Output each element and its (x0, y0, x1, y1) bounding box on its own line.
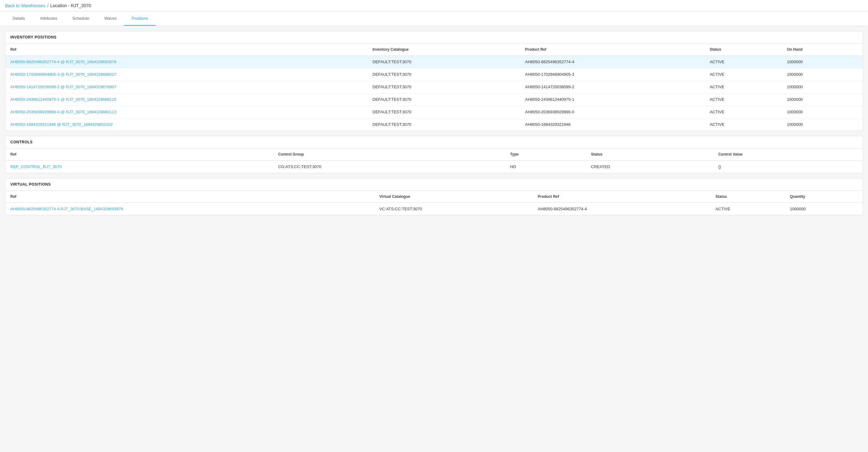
tab-schedule[interactable]: Schedule (65, 11, 97, 26)
vp-status-cell: ACTIVE (710, 203, 785, 215)
ctrl-status-cell: CREATED (586, 161, 713, 173)
vp-product-ref-cell: AH8050-8825496352774-4 (533, 203, 711, 215)
inventory-positions-section: INVENTORY POSITIONS Ref Inventory Catalo… (5, 31, 863, 131)
on-hand-cell: 1000000 (782, 93, 863, 106)
controls-header: CONTROLS (5, 136, 863, 149)
inventory-catalogue-cell: DEFAULT:TEST:3070 (367, 106, 520, 118)
control-value-cell: {} (713, 161, 863, 173)
virtual-positions-section: VIRTUAL POSITIONS Ref Virtual Catalogue … (5, 178, 863, 215)
inventory-position-ref-link[interactable]: AH8050-8825496352774-4 @ RJT_3070_168432… (10, 60, 116, 64)
tab-waves[interactable]: Waves (97, 11, 124, 26)
table-row: AH8050-8825496352774-4 @ RJT_3070_168432… (5, 56, 863, 68)
virtual-position-ref-link[interactable]: AH8050-8825496352774-4:RJT_3070:BASE_168… (10, 206, 123, 211)
col-vp-product-ref: Product Ref (533, 191, 711, 203)
col-product-ref: Product Ref (520, 43, 705, 56)
inventory-positions-table: Ref Inventory Catalogue Product Ref Stat… (5, 43, 863, 131)
col-control-value: Control Value (713, 149, 863, 161)
col-inventory-catalogue: Inventory Catalogue (367, 43, 520, 56)
inventory-catalogue-cell: DEFAULT:TEST:3070 (367, 81, 520, 93)
tabs-bar: Details Attributes Schedule Waves Positi… (0, 11, 868, 26)
status-cell: ACTIVE (705, 93, 782, 106)
status-cell: ACTIVE (705, 68, 782, 81)
product-ref-cell: AH8050-2439612440975-1 (520, 93, 705, 106)
type-cell: HD (505, 161, 586, 173)
virtual-positions-header-row: Ref Virtual Catalogue Product Ref Status… (5, 191, 863, 203)
tab-positions[interactable]: Positions (124, 11, 156, 26)
table-row: AH8050-8825496352774-4:RJT_3070:BASE_168… (5, 203, 863, 215)
virtual-catalogue-cell: VC:ATS:CC:TEST:3070 (374, 203, 533, 215)
tab-attributes[interactable]: Attributes (33, 11, 65, 26)
breadcrumb-current-page: Location - RJT_3070 (51, 3, 91, 8)
breadcrumb-separator: / (47, 3, 49, 8)
controls-header-row: Ref Control Group Type Status Control Va… (5, 149, 863, 161)
inventory-catalogue-cell: DEFAULT:TEST:3070 (367, 68, 520, 81)
on-hand-cell: 1000000 (782, 118, 863, 131)
status-cell: ACTIVE (705, 56, 782, 68)
col-ref: Ref (5, 43, 367, 56)
inventory-catalogue-cell: DEFAULT:TEST:3070 (367, 56, 520, 68)
table-row: AH8050-1684329321946 @ RJT_3070_16843296… (5, 118, 863, 131)
col-ctrl-ref: Ref (5, 149, 273, 161)
table-row: AH8050-2036938929986-0 @ RJT_3070_168432… (5, 106, 863, 118)
product-ref-cell: AH8050-1414720036099-2 (520, 81, 705, 93)
col-virtual-catalogue: Virtual Catalogue (374, 191, 533, 203)
back-to-warehouses-link[interactable]: Back to Warehouses (5, 3, 45, 8)
col-ctrl-status: Status (586, 149, 713, 161)
inventory-position-ref-link[interactable]: AH8050-1414720036099-2 @ RJT_3070_168432… (10, 85, 116, 89)
virtual-positions-table: Ref Virtual Catalogue Product Ref Status… (5, 191, 863, 215)
tab-details[interactable]: Details (5, 11, 33, 26)
on-hand-cell: 1000000 (782, 81, 863, 93)
quantity-cell: 1000000 (785, 203, 863, 215)
on-hand-cell: 1000000 (782, 56, 863, 68)
table-row: REF_CONTROL_RJT_3070 CG:ATS:CC:TEST:3070… (5, 161, 863, 173)
main-content: INVENTORY POSITIONS Ref Inventory Catalo… (0, 26, 868, 225)
status-cell: ACTIVE (705, 106, 782, 118)
product-ref-cell: AH8050-2036938929986-0 (520, 106, 705, 118)
product-ref-cell: AH8050-1702848904905-3 (520, 68, 705, 81)
inventory-position-ref-link[interactable]: AH8050-2036938929986-0 @ RJT_3070_168432… (10, 109, 116, 114)
inventory-positions-header: INVENTORY POSITIONS (5, 31, 863, 43)
col-quantity: Quantity (785, 191, 863, 203)
col-control-group: Control Group (273, 149, 505, 161)
inventory-catalogue-cell: DEFAULT:TEST:3070 (367, 93, 520, 106)
table-row: AH8050-1702848904905-3 @ RJT_3070_168432… (5, 68, 863, 81)
controls-table: Ref Control Group Type Status Control Va… (5, 149, 863, 173)
status-cell: ACTIVE (705, 81, 782, 93)
controls-section: CONTROLS Ref Control Group Type Status C… (5, 136, 863, 173)
col-type: Type (505, 149, 586, 161)
col-vp-status: Status (710, 191, 785, 203)
inventory-position-ref-link[interactable]: AH8050-2439612440975-1 @ RJT_3070_168432… (10, 97, 116, 102)
inventory-catalogue-cell: DEFAULT:TEST:3070 (367, 118, 520, 131)
on-hand-cell: 1000000 (782, 106, 863, 118)
table-row: AH8050-2439612440975-1 @ RJT_3070_168432… (5, 93, 863, 106)
inventory-position-ref-link[interactable]: AH8050-1702848904905-3 @ RJT_3070_168432… (10, 72, 116, 77)
col-status: Status (705, 43, 782, 56)
product-ref-cell: AH8050-8825496352774-4 (520, 56, 705, 68)
top-bar: Back to Warehouses / Location - RJT_3070 (0, 0, 868, 11)
control-ref-link[interactable]: REF_CONTROL_RJT_3070 (10, 164, 62, 169)
col-on-hand: On Hand (782, 43, 863, 56)
product-ref-cell: AH8050-1684329321946 (520, 118, 705, 131)
on-hand-cell: 1000000 (782, 68, 863, 81)
col-vp-ref: Ref (5, 191, 374, 203)
virtual-positions-header: VIRTUAL POSITIONS (5, 179, 863, 191)
table-row: AH8050-1414720036099-2 @ RJT_3070_168432… (5, 81, 863, 93)
inventory-position-ref-link[interactable]: AH8050-1684329321946 @ RJT_3070_16843296… (10, 122, 113, 127)
status-cell: ACTIVE (705, 118, 782, 131)
control-group-cell: CG:ATS:CC:TEST:3070 (273, 161, 505, 173)
inventory-positions-header-row: Ref Inventory Catalogue Product Ref Stat… (5, 43, 863, 56)
